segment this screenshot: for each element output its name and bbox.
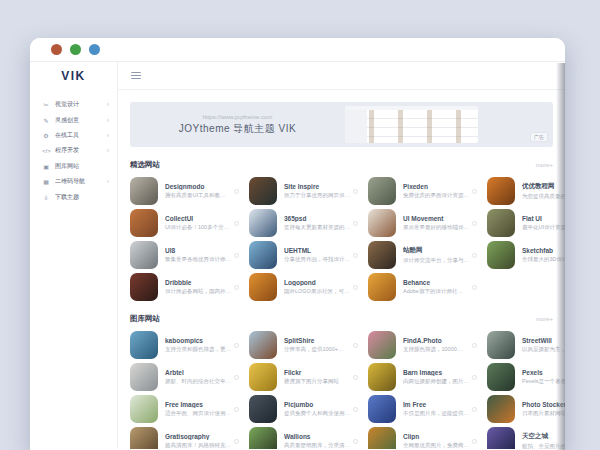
window-titlebar [30, 38, 565, 62]
site-description: 分辨率高，提供1000+… [284, 346, 350, 353]
site-card[interactable]: Arbtel 摄影、时尚的综合社交平… [130, 363, 239, 391]
site-name: Arbtel [165, 369, 231, 376]
site-card[interactable]: CollectUI UI设计必备！100多个分… [130, 209, 239, 237]
site-card[interactable]: Picjumbo 提供免费个人和商业使用… [249, 395, 358, 423]
sidebar-item-label: 程序开发 [55, 146, 102, 155]
badge-circle-icon [234, 285, 239, 290]
site-card[interactable]: Photo Stocker 日本图片素材网站！大美… [487, 395, 565, 423]
site-description: 提供免费个人和商业使用… [284, 410, 350, 417]
site-card-text: Clipn 全网最优质图片，免费商… [403, 433, 469, 449]
site-thumbnail-image [487, 241, 515, 269]
site-name: SplitShire [284, 337, 350, 344]
site-card[interactable]: Behance Adobe旗下的设计师社… [368, 273, 477, 301]
site-card[interactable]: 365psd 坚持每天更新素材资源的… [249, 209, 358, 237]
top-toolbar [118, 62, 565, 90]
site-card[interactable]: UI Movement 展示世界最好的移动端设… [368, 209, 477, 237]
site-name: Logopond [284, 279, 350, 286]
site-name: Dribbble [165, 279, 231, 286]
site-thumbnail-image [249, 177, 277, 205]
sidebar-item-label: 二维码导航 [55, 177, 102, 186]
site-card-text: 365psd 坚持每天更新素材资源的… [284, 215, 350, 231]
site-card[interactable]: Logopond 国外LOGO展示社区，可… [249, 273, 358, 301]
site-card[interactable]: UI8 聚集世界各地优秀设计师… [130, 241, 239, 269]
site-card[interactable]: Site Inspire 致力于分享优秀的网页设… [249, 177, 358, 205]
site-name: UEHTML [284, 247, 350, 254]
site-card[interactable]: Designmodo 拥有高质量UI工具和教… [130, 177, 239, 205]
sidebar-item-图库网站[interactable]: ▣ 图库网站 › [30, 159, 117, 174]
site-description: 雅虎旗下图片分享网站 [284, 378, 350, 385]
site-card[interactable]: Dribbble 设计师必备网站，国内外… [130, 273, 239, 301]
site-description: 设计师交流平台，分享与… [403, 257, 469, 264]
site-description: 全网最优质图片，免费商… [403, 442, 469, 449]
banner-url: https://www.joytheme.com [130, 114, 345, 120]
badge-circle-icon [353, 343, 358, 348]
badge-circle-icon [472, 439, 477, 444]
site-card-text: CollectUI UI设计必备！100多个分… [165, 215, 231, 231]
site-card[interactable]: Pixeden 免费优质的界面设计资源… [368, 177, 477, 205]
site-description: 免费优质的界面设计资源… [403, 192, 469, 199]
promo-banner[interactable]: https://www.joytheme.com JOYtheme 导航主题 V… [130, 102, 553, 147]
site-card[interactable]: 优优教程网 为您提供高质量的界面设… [487, 177, 565, 205]
site-card-text: FindA.Photo 支持颜色筛选，10000… [403, 337, 469, 353]
site-thumbnail-image [368, 241, 396, 269]
section-header: 精选网站 more+ [130, 160, 553, 170]
badge-circle-icon [472, 375, 477, 380]
site-card[interactable]: SplitShire 分辨率高，提供1000+… [249, 331, 358, 359]
more-link[interactable]: more+ [536, 316, 553, 322]
site-description: 高质量壁纸图库，分类清… [284, 442, 350, 449]
site-card-text: Arbtel 摄影、时尚的综合社交平… [165, 369, 231, 385]
site-card[interactable]: Im Free 不仅是图片库，还能提供… [368, 395, 477, 423]
site-card[interactable]: 天空之城 航拍、全景图片的专业网… [487, 427, 565, 449]
site-thumbnail-image [368, 273, 396, 301]
site-card[interactable]: Clipn 全网最优质图片，免费商… [368, 427, 477, 449]
site-card[interactable]: Gratisography 超高清图库！风格独特充… [130, 427, 239, 449]
site-thumbnail-image [249, 273, 277, 301]
site-description: 支持颜色筛选，10000… [403, 346, 469, 353]
site-name: Gratisography [165, 433, 231, 440]
hamburger-menu-icon[interactable] [131, 72, 141, 80]
site-card[interactable]: UEHTML 分享优秀作品，寻找设计… [249, 241, 358, 269]
badge-circle-icon [353, 439, 358, 444]
sidebar-item-label: 灵感创意 [55, 116, 102, 125]
sidebar-item-二维码导航[interactable]: ▦ 二维码导航 › [30, 174, 117, 189]
chevron-right-icon: › [107, 132, 109, 139]
banner-text-block: https://www.joytheme.com JOYtheme 导航主题 V… [130, 114, 345, 136]
site-card[interactable]: kaboompics 支持分类和颜色筛选，更… [130, 331, 239, 359]
site-card[interactable]: FindA.Photo 支持颜色筛选，10000… [368, 331, 477, 359]
fullscreen-button[interactable] [89, 44, 100, 55]
site-card[interactable]: 站酷网 设计师交流平台，分享与… [368, 241, 477, 269]
site-description: 分享优秀作品，寻找设计… [284, 256, 350, 263]
main-content: https://www.joytheme.com JOYtheme 导航主题 V… [118, 90, 565, 449]
code-icon: </> [42, 148, 50, 154]
scrollbar[interactable] [556, 63, 565, 450]
site-card[interactable]: Free Images 适合平面、网页设计使用… [130, 395, 239, 423]
site-card[interactable]: Flat UI 扁平化UI设计资源，非… [487, 209, 565, 237]
sidebar-item-label: 视觉设计 [55, 100, 102, 109]
site-card-text: UEHTML 分享优秀作品，寻找设计… [284, 247, 350, 263]
site-card[interactable]: Pexels Pexels是一个著名的免… [487, 363, 565, 391]
site-thumbnail-image [368, 209, 396, 237]
site-card[interactable]: Barn Images 由两位摄影师创建，图片… [368, 363, 477, 391]
site-logo[interactable]: VIK [30, 62, 117, 90]
site-description: 由两位摄影师创建，图片… [403, 378, 469, 385]
card-grid: Designmodo 拥有高质量UI工具和教… Site Inspire 致力于… [130, 177, 553, 301]
badge-circle-icon [353, 407, 358, 412]
site-card[interactable]: StreetWill 以风景摄影为主，免费可… [487, 331, 565, 359]
image-icon: ▣ [42, 163, 50, 170]
sidebar-item-在线工具[interactable]: ⚙ 在线工具 › [30, 128, 117, 143]
sidebar-item-程序开发[interactable]: </> 程序开发 › [30, 143, 117, 158]
banner-screenshot-thumbnail [345, 106, 478, 143]
site-card[interactable]: Wallions 高质量壁纸图库，分类清… [249, 427, 358, 449]
chevron-right-icon: › [107, 101, 109, 108]
close-button[interactable] [51, 44, 62, 55]
site-card-text: Flickr 雅虎旗下图片分享网站 [284, 369, 350, 385]
sidebar-item-视觉设计[interactable]: ✂ 视觉设计 › [30, 97, 117, 112]
site-card-text: Pixeden 免费优质的界面设计资源… [403, 183, 469, 199]
sidebar-item-下载主题[interactable]: ⇩ 下载主题 › [30, 189, 117, 204]
minimize-button[interactable] [70, 44, 81, 55]
site-card[interactable]: Flickr 雅虎旗下图片分享网站 [249, 363, 358, 391]
site-card[interactable]: Sketchfab 全球最大的3D设计模型… [487, 241, 565, 269]
more-link[interactable]: more+ [536, 162, 553, 168]
badge-circle-icon [472, 285, 477, 290]
sidebar-item-灵感创意[interactable]: ✎ 灵感创意 › [30, 112, 117, 127]
